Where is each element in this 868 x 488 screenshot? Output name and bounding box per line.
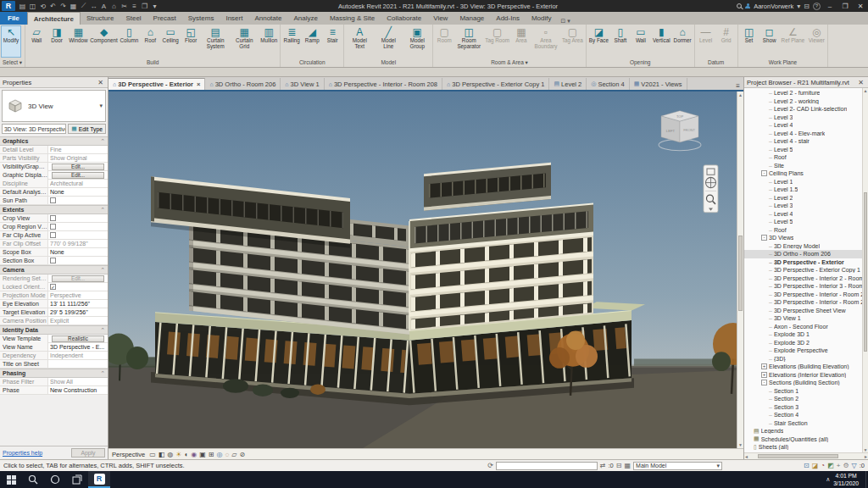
property-value[interactable]: 13' 11 111/256"	[48, 300, 108, 308]
tree-item[interactable]: – Level 4	[744, 121, 862, 130]
ribbon-tab[interactable]: Architecture	[27, 12, 81, 25]
property-value[interactable]: Independent	[48, 352, 108, 359]
ribbon-tab[interactable]: Add-Ins	[490, 12, 526, 25]
property-section-header[interactable]: Graphics⌃	[0, 136, 108, 146]
restore-button[interactable]: ❐	[839, 1, 851, 11]
signed-in-user[interactable]: AaronVorwerk	[754, 3, 793, 10]
tree-item[interactable]: – Level 4 - stair	[744, 137, 862, 146]
tree-expander-icon[interactable]: +	[761, 372, 767, 378]
ribbon-group-label[interactable]: Model	[345, 58, 431, 67]
tree-item[interactable]: – 3D Perspective - Interior - Room 206	[744, 291, 862, 299]
tree-item[interactable]: – Axon - Second Floor	[744, 323, 862, 331]
file-tab[interactable]: File	[0, 12, 27, 25]
property-value[interactable]: Fine	[48, 146, 108, 153]
view-tab[interactable]: ⌂ 3D Ortho - Room 206	[205, 78, 281, 90]
property-checkbox[interactable]	[50, 224, 56, 230]
ribbon-tab[interactable]: Annotate	[248, 12, 287, 25]
ribbon-group-label[interactable]: Build	[26, 58, 279, 67]
tree-item[interactable]: - Sections (Building Section)	[744, 379, 862, 387]
ribbon-group-label[interactable]: Room & Area ▾	[434, 58, 585, 67]
properties-help-link[interactable]: Properties help	[3, 450, 71, 456]
view-tab[interactable]: ⌂ 3D Perspective - Interior - Room 208	[325, 78, 442, 90]
browser-vscrollbar[interactable]: ▲ ▼	[862, 88, 868, 452]
tree-item[interactable]: – Section 1	[744, 387, 862, 396]
ribbon-group-label[interactable]: Datum	[696, 58, 737, 67]
taskbar-revit-icon[interactable]: R	[88, 471, 110, 488]
tree-item[interactable]: – Level 3	[744, 114, 862, 122]
tree-item[interactable]: – {3D}	[744, 355, 862, 363]
ribbon-tab[interactable]: Massing & Site	[324, 12, 381, 25]
property-value[interactable]	[48, 360, 108, 368]
property-value[interactable]: Explicit	[48, 317, 108, 324]
property-value[interactable]: Show Original	[48, 154, 108, 162]
type-selector[interactable]: 3D View ▾	[2, 90, 106, 122]
tree-item[interactable]: – 3D Ortho - Room 206	[744, 250, 862, 258]
tray-expand-icon[interactable]: ∧	[822, 476, 833, 483]
ribbon-tab[interactable]: Steel	[120, 12, 147, 25]
property-checkbox[interactable]	[50, 215, 56, 221]
design-option-select[interactable]: Main Model▾	[633, 462, 722, 470]
tree-item[interactable]: – 3D Perspective Sheet View	[744, 307, 862, 315]
tree-item[interactable]: - Ceiling Plans	[744, 169, 862, 178]
property-section-header[interactable]: Phasing⌃	[0, 369, 108, 378]
tree-item[interactable]: – 3D Perspective - Interior 3 - Room 20	[744, 282, 862, 291]
property-value[interactable]: Perspective	[48, 291, 108, 299]
view-tab[interactable]: ◎ Section 4	[587, 78, 629, 90]
property-section-header[interactable]: Extents⌃	[0, 205, 108, 214]
user-caret-icon[interactable]: ▾	[797, 3, 800, 10]
search-icon[interactable]	[737, 3, 742, 8]
ribbon-tab[interactable]: Analyze	[287, 12, 323, 25]
tree-item[interactable]: – Explode 3D 1	[744, 330, 862, 339]
property-value[interactable]: New Construction	[48, 386, 108, 394]
section-pin-icon[interactable]: ⌃	[100, 207, 105, 214]
tree-item[interactable]: – 3D Energy Model	[744, 242, 862, 251]
tree-item[interactable]: – 3D Perspective - Interior 2 - Room 20	[744, 274, 862, 283]
tree-item[interactable]: – Site	[744, 162, 862, 170]
view-tab-list-icon[interactable]: ≡	[732, 82, 743, 90]
property-value[interactable]: None	[48, 248, 108, 256]
tree-item[interactable]: – Level 1.5	[744, 186, 862, 194]
tree-item[interactable]: – Level 4	[744, 210, 862, 219]
project-browser-close-icon[interactable]: ✕	[856, 79, 865, 86]
navigation-bar[interactable]	[704, 165, 718, 213]
section-pin-icon[interactable]: ⌃	[100, 267, 105, 274]
property-checkbox[interactable]	[50, 232, 56, 238]
minimize-button[interactable]: –	[824, 1, 836, 11]
tree-item[interactable]: – Stair Section	[744, 419, 862, 428]
task-view-icon[interactable]	[66, 471, 88, 488]
start-button[interactable]	[0, 471, 22, 488]
tree-item[interactable]: – Level 2- CAD Link-selection	[744, 105, 862, 114]
tree-expander-icon[interactable]: -	[761, 235, 767, 241]
edit-type-button[interactable]: ▦Edit Type	[68, 124, 106, 134]
view-tab[interactable]: ⌂ 3D Perspective - Exterior Copy 1	[442, 78, 549, 90]
tree-item[interactable]: - 3D Views	[744, 234, 862, 242]
property-value[interactable]: 3D Perspective - E...	[48, 343, 108, 351]
3d-scene[interactable]: TOP LEFT FRONT	[108, 92, 737, 448]
tree-item[interactable]: – 3D View 1	[744, 314, 862, 323]
ribbon-group-label[interactable]: Opening	[587, 58, 693, 67]
tree-item[interactable]: – Section 4	[744, 411, 862, 419]
property-edit-button[interactable]: Realistic	[52, 336, 104, 342]
tree-item[interactable]: ▦ Schedules/Quantities (all)	[744, 435, 862, 444]
properties-filter-combo[interactable]: 3D View: 3D Perspective▾	[2, 124, 66, 134]
property-edit-button[interactable]: Edit...	[52, 275, 104, 282]
ribbon-tab[interactable]: Structure	[81, 12, 120, 25]
property-value[interactable]: None	[48, 188, 108, 196]
property-checkbox[interactable]	[50, 197, 56, 203]
property-value[interactable]: Architectural	[48, 180, 108, 187]
tree-item[interactable]: + Elevations (Building Elevation)	[744, 363, 862, 371]
ribbon-group-label[interactable]: Work Plane	[739, 58, 827, 67]
section-pin-icon[interactable]: ⌃	[100, 138, 105, 145]
tree-item[interactable]: – Level 5	[744, 146, 862, 154]
property-checkbox[interactable]	[50, 258, 56, 263]
property-value[interactable]: 29' 5 199/256"	[48, 308, 108, 316]
property-value[interactable]: Show All	[48, 378, 108, 385]
tree-expander-icon[interactable]: +	[761, 363, 767, 369]
view-tab[interactable]: ▤ Level 2	[549, 78, 587, 90]
help-icon[interactable]: ?	[813, 3, 821, 10]
tree-item[interactable]: ▤ Legends	[744, 427, 862, 435]
ribbon-tab[interactable]: Precast	[147, 12, 182, 25]
view-tab[interactable]: ⌂ 3D View 1	[281, 78, 324, 90]
view-tab-close-icon[interactable]: ×	[197, 80, 200, 88]
tree-expander-icon[interactable]: -	[761, 170, 767, 176]
